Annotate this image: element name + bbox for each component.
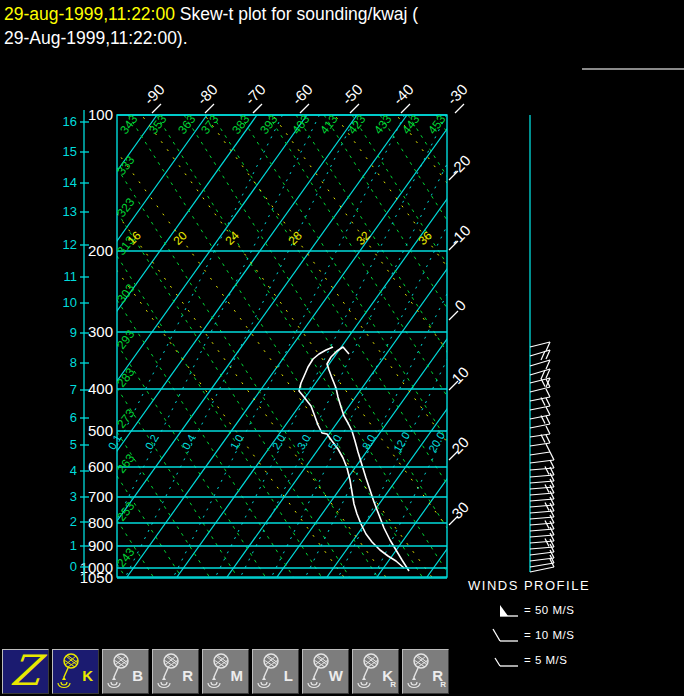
mixing-ratio-label: 3.0 <box>295 432 313 451</box>
toolbar-button-zoom-z[interactable]: Z <box>2 649 49 694</box>
toolbar-button-sounding-l[interactable]: L <box>252 649 299 694</box>
pressure-label: 400 <box>88 380 113 397</box>
wind-barb-staff <box>530 541 554 543</box>
height-label: 3 <box>70 489 77 504</box>
dry-adiabat-line <box>240 115 684 696</box>
balloon-string <box>164 668 168 677</box>
winds-legend: WINDS PROFILE = 50 M/S= 10 M/S= 5 M/S <box>468 578 590 668</box>
moist-adiabat-label: 36 <box>415 228 435 248</box>
signal-arc <box>311 682 317 685</box>
theta-label: 383 <box>229 112 253 137</box>
pressure-label: 200 <box>88 242 113 259</box>
wind-barb-tick <box>546 398 550 406</box>
height-label: 8 <box>70 355 77 370</box>
mixing-ratio-label: 1.0 <box>228 432 246 451</box>
winds-legend-label: = 5 M/S <box>524 654 567 666</box>
wind-barb <box>530 497 554 507</box>
button-subscript: R <box>390 680 396 689</box>
wind-barb-tick <box>546 444 550 452</box>
winds-legend-title: WINDS PROFILE <box>468 578 590 593</box>
wind-barb <box>530 360 550 369</box>
wind-barb <box>530 503 554 514</box>
radiosonde-balloon-icon <box>256 653 286 689</box>
toolbar-button-sounding-b[interactable]: B <box>102 649 149 694</box>
temp-label-right: 0 <box>451 296 469 314</box>
toolbar: ZKBRMLWKRRR <box>2 649 449 694</box>
temp-label-top: -70 <box>241 80 268 107</box>
temp-label-right: -20 <box>446 151 473 178</box>
transmitter-dot <box>162 676 166 680</box>
pressure-label: 800 <box>88 514 113 531</box>
mixing-ratio-line <box>52 115 283 577</box>
pressure-label: 500 <box>88 422 113 439</box>
moist-adiabat-label: 28 <box>285 228 305 248</box>
wind-barb <box>530 378 550 387</box>
wind-barb-staff <box>530 535 554 537</box>
wind-barb-staff <box>530 452 550 455</box>
dry-adiabat-line <box>128 115 684 696</box>
moist-adiabat-line <box>0 0 437 646</box>
wind-barb-staff <box>530 511 554 513</box>
temp-label-right: 30 <box>448 498 472 522</box>
wind-barb-staff <box>530 552 554 555</box>
wind-barb-tick <box>546 416 550 424</box>
height-label: 5 <box>70 437 77 452</box>
theta-label: 353 <box>146 112 170 137</box>
balloon-string <box>214 668 218 677</box>
wind-barb <box>530 350 550 360</box>
wind-barb-staff <box>530 369 550 375</box>
theta-label: 343 <box>117 112 141 137</box>
winds-legend-label: = 50 M/S <box>524 604 574 616</box>
pressure-label: 700 <box>88 488 113 505</box>
toolbar-button-sounding-k[interactable]: K <box>52 649 99 694</box>
isotherm-line <box>227 115 557 577</box>
theta-label: 443 <box>399 112 423 137</box>
wind-barb <box>530 342 550 351</box>
isotherm-line <box>0 115 307 577</box>
height-label: 1 <box>70 538 77 553</box>
transmitter-dot <box>412 676 416 680</box>
legend-flag <box>500 605 508 616</box>
toolbar-button-sounding-w[interactable]: W <box>302 649 349 694</box>
toolbar-button-sounding-rr[interactable]: RR <box>402 649 449 694</box>
height-label: 14 <box>63 175 77 190</box>
plot-border <box>117 115 447 577</box>
temp-label-top: -40 <box>389 80 416 107</box>
wind-barb-tick <box>541 435 545 443</box>
winds-legend-label: = 10 M/S <box>524 629 574 641</box>
mixing-ratio-label: 2.0 <box>270 432 288 451</box>
temp-label-top: -30 <box>443 80 470 107</box>
dry-adiabat-line <box>117 256 684 696</box>
app-window: 29-aug-1999,11:22:00 Skew-t plot for sou… <box>0 0 684 696</box>
wind-barb-staff <box>530 350 550 356</box>
wind-barb-staff <box>530 342 550 347</box>
wind-barb-staff <box>530 493 554 495</box>
height-label: 11 <box>64 269 78 284</box>
wind-barb <box>530 515 554 525</box>
dry-adiabat-line <box>212 115 684 696</box>
button-letter: B <box>132 667 143 684</box>
wind-barb-tick <box>550 452 554 460</box>
legend-full-tick <box>493 629 500 641</box>
button-letter: L <box>284 667 293 684</box>
toolbar-button-sounding-m[interactable]: M <box>202 649 249 694</box>
wind-barb <box>530 467 554 478</box>
balloon-string <box>364 668 368 677</box>
height-label: 13 <box>63 204 77 219</box>
balloon-string <box>114 668 118 677</box>
toolbar-button-sounding-r[interactable]: R <box>152 649 199 694</box>
wind-barb <box>530 539 554 550</box>
temp-label-top: -80 <box>193 80 220 107</box>
temp-label-right: 20 <box>448 433 472 457</box>
wind-barb-staff <box>530 529 554 531</box>
toolbar-button-sounding-kr[interactable]: KR <box>352 649 399 694</box>
transmitter-dot <box>62 676 66 680</box>
theta-label: 423 <box>345 112 369 137</box>
transmitter-dot <box>112 676 116 680</box>
temp-label-top: -60 <box>288 80 315 107</box>
wind-barb-tick <box>545 539 549 547</box>
wind-barb-staff <box>530 567 554 572</box>
wind-barb-staff <box>530 499 554 501</box>
balloon-string <box>264 668 268 677</box>
isotherm-line <box>127 115 457 577</box>
